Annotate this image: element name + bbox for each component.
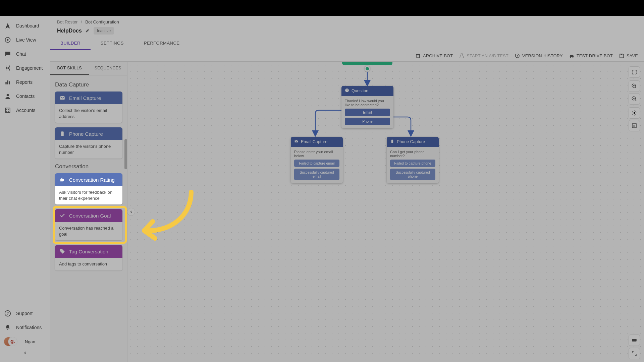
- svg-rect-2: [5, 82, 6, 84]
- svg-rect-30: [632, 339, 637, 342]
- tab-bot-skills[interactable]: BOT SKILLS: [50, 62, 89, 75]
- flow-canvas[interactable]: ?Question Thanks! How would you like to …: [127, 62, 644, 362]
- sidebar-collapse-button[interactable]: [0, 349, 50, 359]
- svg-rect-6: [5, 108, 10, 112]
- svg-rect-4: [9, 81, 10, 84]
- eye-icon: [4, 36, 11, 44]
- breadcrumb-sep: /: [81, 19, 82, 24]
- svg-point-27: [634, 112, 635, 114]
- skill-title: Conversation Goal: [69, 213, 111, 219]
- user-profile[interactable]: g. Ngan: [0, 335, 50, 349]
- node-option-success[interactable]: Successfully captured phone: [390, 169, 435, 180]
- zoom-out-button[interactable]: [629, 93, 640, 105]
- breadcrumb: Bot Roster / Bot Configuration: [50, 16, 644, 26]
- sidebar-item-label: Chat: [16, 51, 26, 57]
- sidebar-item-chat[interactable]: Chat: [0, 47, 50, 61]
- archive-bot-button[interactable]: ARCHIVE BOT: [415, 53, 453, 59]
- phone-icon: [390, 139, 394, 144]
- skill-conversation-goal[interactable]: Conversation Goal Conversation has reach…: [55, 209, 122, 240]
- tab-sequences[interactable]: SEQUENCES: [89, 62, 127, 75]
- expand-button[interactable]: [629, 348, 640, 359]
- skill-title: Tag Conversation: [69, 249, 108, 254]
- skill-title: Phone Capture: [69, 131, 103, 137]
- node-phone-capture[interactable]: Phone Capture Can I get your phone numbe…: [387, 137, 439, 183]
- sidebar-item-live-view[interactable]: Live View: [0, 33, 50, 47]
- sidebar-item-accounts[interactable]: Accounts: [0, 103, 50, 117]
- svg-rect-24: [391, 140, 393, 143]
- main-area: Bot Roster / Bot Configuration HelpDocs …: [50, 16, 644, 362]
- grid-toggle-button[interactable]: [629, 120, 640, 131]
- save-button[interactable]: SAVE: [619, 53, 638, 59]
- svg-rect-10: [8, 111, 9, 112]
- skill-email-capture[interactable]: Email Capture Collect the visitor's emai…: [55, 92, 122, 123]
- pencil-icon[interactable]: [85, 28, 90, 34]
- sidebar-item-contacts[interactable]: Contacts: [0, 89, 50, 103]
- main-tabs: BUILDER SETTINGS PERFORMANCE: [50, 37, 644, 50]
- sidebar-item-reports[interactable]: Reports: [0, 75, 50, 89]
- svg-rect-7: [6, 109, 7, 110]
- ab-test-button[interactable]: START AN A/B TEST: [459, 53, 508, 59]
- skill-title: Email Capture: [69, 95, 101, 101]
- g-badge: g.: [8, 337, 17, 346]
- toolbar-label: VERSION HISTORY: [522, 54, 563, 58]
- thumbs-icon: [59, 177, 66, 183]
- sidebar-item-label: Reports: [16, 79, 33, 85]
- keyboard-button[interactable]: [629, 335, 640, 346]
- sidebar-item-notifications[interactable]: Notifications: [0, 320, 50, 335]
- node-option-phone[interactable]: Phone: [345, 118, 390, 125]
- sidebar-item-dashboard[interactable]: Dashboard: [0, 19, 50, 33]
- node-option-email[interactable]: Email: [345, 109, 390, 116]
- sidebar-item-label: Engagement: [16, 65, 43, 71]
- status-badge: Inactive: [94, 27, 114, 35]
- mail-icon: [59, 95, 66, 101]
- tab-settings[interactable]: SETTINGS: [91, 37, 134, 50]
- sidebar-item-engagement[interactable]: Engagement: [0, 61, 50, 75]
- tab-builder[interactable]: BUILDER: [50, 37, 91, 50]
- skill-phone-capture[interactable]: Phone Capture Capture the visitor's phon…: [55, 127, 122, 159]
- sidebar-item-support[interactable]: ? Support: [0, 306, 50, 320]
- svg-point-16: [572, 57, 573, 58]
- svg-rect-19: [61, 131, 64, 136]
- engagement-icon: [4, 64, 11, 72]
- node-option-fail[interactable]: Failed to capture email: [294, 160, 339, 167]
- svg-rect-8: [8, 109, 9, 110]
- zoom-in-button[interactable]: [629, 80, 640, 92]
- person-icon: [4, 93, 11, 100]
- flask-icon: [459, 53, 465, 59]
- toolbar-label: SAVE: [627, 54, 638, 58]
- help-icon: ?: [4, 310, 11, 317]
- svg-rect-29: [633, 125, 635, 127]
- builder-toolbar: ARCHIVE BOT START AN A/B TEST VERSION HI…: [50, 50, 644, 62]
- svg-text:?: ?: [346, 89, 347, 92]
- breadcrumb-root[interactable]: Bot Roster: [57, 19, 77, 24]
- skill-desc: Capture the visitor's phone number: [55, 140, 122, 159]
- sidebar-item-label: Support: [16, 311, 33, 316]
- node-option-fail[interactable]: Failed to capture phone: [390, 160, 435, 167]
- fit-button[interactable]: [629, 107, 640, 119]
- check-icon: [59, 213, 66, 219]
- panel-collapse-button[interactable]: [127, 208, 135, 216]
- fullscreen-button[interactable]: [629, 66, 640, 78]
- svg-point-20: [61, 250, 61, 251]
- node-option-success[interactable]: Successfully captured email: [294, 169, 339, 180]
- sidebar-item-label: Notifications: [16, 325, 42, 330]
- skill-conversation-rating[interactable]: Conversation Rating Ask visitors for fee…: [55, 173, 122, 204]
- skill-tag-conversation[interactable]: Tag Conversation Add tags to conversatio…: [55, 245, 122, 270]
- version-history-button[interactable]: VERSION HISTORY: [515, 53, 563, 59]
- svg-text:?: ?: [7, 311, 9, 315]
- node-body-text: Thanks! How would you like to be contact…: [345, 99, 390, 107]
- help-circle-icon: ?: [345, 88, 349, 94]
- node-question[interactable]: ?Question Thanks! How would you like to …: [341, 86, 393, 128]
- node-title: Question: [352, 88, 368, 93]
- page-title: HelpDocs: [57, 28, 82, 34]
- start-connector-dot[interactable]: [365, 66, 370, 71]
- skills-panel: BOT SKILLS SEQUENCES Data Capture Email …: [50, 62, 127, 362]
- test-drive-button[interactable]: TEST DRIVE BOT: [569, 53, 613, 59]
- toolbar-label: ARCHIVE BOT: [423, 54, 453, 58]
- save-icon: [619, 53, 625, 59]
- node-email-capture[interactable]: Email Capture Please enter your email be…: [291, 137, 343, 183]
- tab-performance[interactable]: PERFORMANCE: [134, 37, 190, 50]
- sidebar-item-label: Contacts: [16, 94, 35, 99]
- toolbar-label: START AN A/B TEST: [467, 54, 508, 58]
- skills-scrollbar[interactable]: [124, 139, 127, 169]
